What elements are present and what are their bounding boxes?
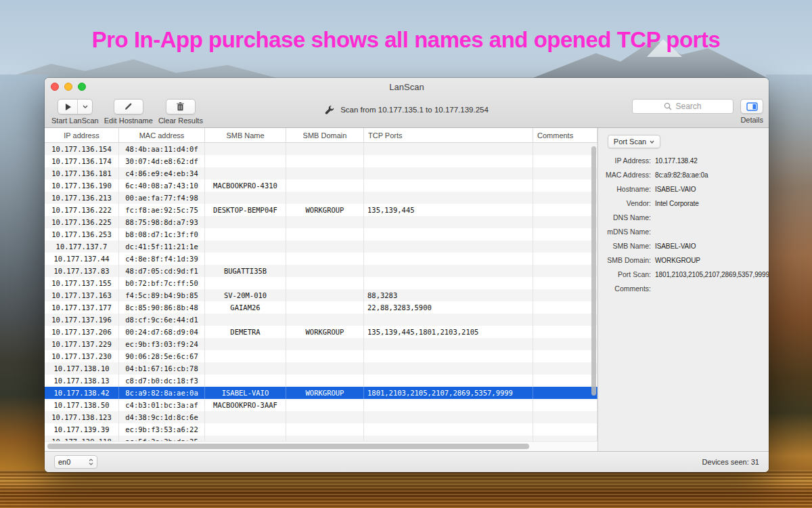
cell-comments [533, 155, 597, 167]
table-row[interactable]: 10.177.137.163f4:5c:89:b4:9b:85SV-20M-01… [45, 289, 597, 301]
cell-tcp_ports: 88,3283 [364, 289, 533, 301]
table-row[interactable]: 10.177.138.50c4:b3:01:bc:3a:afMACBOOKPRO… [45, 399, 597, 411]
cell-smb_name: MACBOOKPRO-3AAF [205, 399, 286, 411]
cell-comments [533, 192, 597, 204]
detail-field: Port Scan:1801,2103,2105,2107,2869,5357,… [598, 270, 769, 278]
cell-mac: dc:41:5f:11:21:1e [119, 240, 205, 253]
detail-field-value: 10.177.138.42 [655, 157, 698, 165]
cell-mac: d4:38:9c:1d:8c:6e [119, 411, 205, 423]
table-row[interactable]: 10.177.137.1778c:85:90:86:8b:48GAIAM2622… [45, 301, 597, 314]
table-row[interactable]: 10.177.138.1004:b1:67:16:cb:78 [45, 362, 597, 375]
cell-comments [533, 411, 597, 423]
table-row[interactable]: 10.177.139.39ec:9b:f3:53:a6:22 [45, 423, 597, 436]
clear-results-label: Clear Results [158, 117, 203, 125]
table-row[interactable]: 10.177.136.181c4:86:e9:e4:eb:34 [45, 167, 597, 179]
window-chrome: LanScan Start LanScan [45, 78, 769, 128]
detail-field-value: WORKGROUP [655, 257, 700, 264]
cell-ip: 10.177.137.206 [45, 326, 119, 338]
devices-seen-status: Devices seen: 31 [702, 458, 759, 466]
table-row[interactable]: 10.177.136.22588:75:98:8d:a7:93 [45, 216, 597, 228]
cell-smb_name: GAIAM26 [205, 301, 286, 314]
cell-tcp_ports [364, 314, 533, 326]
table-row[interactable]: 10.177.138.428c:a9:82:8a:ae:0aISABEL-VAI… [45, 387, 597, 399]
port-scan-dropdown-label: Port Scan [614, 137, 646, 146]
table-row[interactable]: 10.177.137.44c4:8e:8f:f4:1d:39 [45, 253, 597, 265]
cell-ip: 10.177.138.123 [45, 411, 119, 423]
cell-smb_name [205, 167, 286, 179]
cell-mac: c4:86:e9:e4:eb:34 [119, 167, 205, 179]
cell-ip: 10.177.137.196 [45, 314, 119, 326]
zoom-button[interactable] [78, 83, 86, 91]
cell-smb_name [205, 155, 286, 167]
table-row[interactable]: 10.177.136.21300:ae:fa:77:f4:98 [45, 192, 597, 204]
cell-tcp_ports [364, 436, 533, 441]
cell-smb_domain [286, 375, 364, 387]
cell-smb_domain [286, 399, 364, 411]
cell-ip: 10.177.136.190 [45, 179, 119, 192]
cell-smb_domain [286, 301, 364, 314]
cell-smb_domain [286, 253, 364, 265]
horizontal-scrollbar-thumb[interactable] [47, 444, 529, 449]
detail-field-value: 1801,2103,2105,2107,2869,5357,9999 [655, 271, 769, 278]
table-row[interactable]: 10.177.137.155b0:72:bf:7c:ff:50 [45, 277, 597, 289]
table-row[interactable]: 10.177.137.8348:d7:05:cd:9d:f1BUGATTI35B [45, 265, 597, 277]
detail-field: Comments: [598, 284, 769, 293]
search-input[interactable]: Search [632, 99, 734, 114]
cell-comments [533, 350, 597, 362]
cell-comments [533, 387, 597, 399]
traffic-lights [51, 83, 86, 91]
cell-tcp_ports [364, 240, 533, 253]
stepper-icon [89, 459, 93, 465]
cell-smb_domain [286, 143, 364, 155]
port-scan-dropdown[interactable]: Port Scan [608, 135, 660, 148]
table-row[interactable]: 10.177.137.229ec:9b:f3:03:f9:24 [45, 338, 597, 350]
table-row[interactable]: 10.177.137.7dc:41:5f:11:21:1e [45, 240, 597, 253]
table-row[interactable]: 10.177.139.118ac:5f:3e:3b:da:35 [45, 436, 597, 441]
table-row[interactable]: 10.177.137.23090:06:28:5e:6c:67 [45, 350, 597, 362]
cell-mac: b8:08:d7:1c:3f:f0 [119, 228, 205, 240]
cell-smb_domain: WORKGROUP [286, 204, 364, 216]
table-row[interactable]: 10.177.136.1906c:40:08:a7:43:10MACBOOKPR… [45, 179, 597, 192]
detail-field-label: Comments: [598, 284, 651, 293]
table-row[interactable]: 10.177.136.17430:07:4d:e8:62:df [45, 155, 597, 167]
interface-select[interactable]: en0 [54, 455, 97, 469]
chevron-down-icon[interactable] [78, 100, 92, 114]
vertical-scrollbar[interactable] [591, 146, 596, 396]
detail-field: MAC Address:8c:a9:82:8a:ae:0a [598, 171, 769, 179]
horizontal-scrollbar-track[interactable] [45, 441, 597, 451]
table-body: 10.177.136.15448:4b:aa:11:d4:0f10.177.13… [45, 143, 597, 441]
table-row[interactable]: 10.177.138.13c8:d7:b0:dc:18:f3 [45, 375, 597, 387]
column-header-smb_name[interactable]: SMB Name [205, 128, 286, 142]
cell-mac: c4:8e:8f:f4:1d:39 [119, 253, 205, 265]
cell-comments [533, 253, 597, 265]
cell-tcp_ports [364, 350, 533, 362]
play-icon[interactable] [58, 100, 78, 114]
table-row[interactable]: 10.177.136.253b8:08:d7:1c:3f:f0 [45, 228, 597, 240]
column-header-ip[interactable]: IP address [45, 128, 119, 142]
cell-mac: ac:5f:3e:3b:da:35 [119, 436, 205, 441]
wrench-icon [325, 105, 334, 114]
edit-hostname-button[interactable] [114, 99, 143, 114]
column-header-mac[interactable]: MAC address [119, 128, 205, 142]
titlebar[interactable]: LanScan [45, 78, 769, 96]
table-row[interactable]: 10.177.136.222fc:f8:ae:92:5c:75DESKTOP-B… [45, 204, 597, 216]
start-lanscan-button[interactable] [58, 99, 93, 114]
device-detail-fields: IP Address:10.177.138.42MAC Address:8c:a… [598, 156, 769, 293]
toggle-details-button[interactable] [740, 99, 763, 114]
cell-smb_domain [286, 411, 364, 423]
table-row[interactable]: 10.177.136.15448:4b:aa:11:d4:0f [45, 143, 597, 155]
column-header-smb_domain[interactable]: SMB Domain [286, 128, 364, 142]
cell-smb_domain [286, 338, 364, 350]
cell-mac: 8c:a9:82:8a:ae:0a [119, 387, 205, 399]
minimize-button[interactable] [64, 83, 72, 91]
column-header-comments[interactable]: Comments [533, 128, 597, 142]
column-header-tcp_ports[interactable]: TCP Ports [364, 128, 533, 142]
clear-results-button[interactable] [166, 99, 196, 114]
cell-comments [533, 362, 597, 375]
table-row[interactable]: 10.177.137.20600:24:d7:68:d9:04DEMETRAWO… [45, 326, 597, 338]
cell-tcp_ports [364, 143, 533, 155]
close-button[interactable] [51, 83, 59, 91]
cell-tcp_ports [364, 216, 533, 228]
table-row[interactable]: 10.177.137.196d8:cf:9c:6e:44:d1 [45, 314, 597, 326]
table-row[interactable]: 10.177.138.123d4:38:9c:1d:8c:6e [45, 411, 597, 423]
